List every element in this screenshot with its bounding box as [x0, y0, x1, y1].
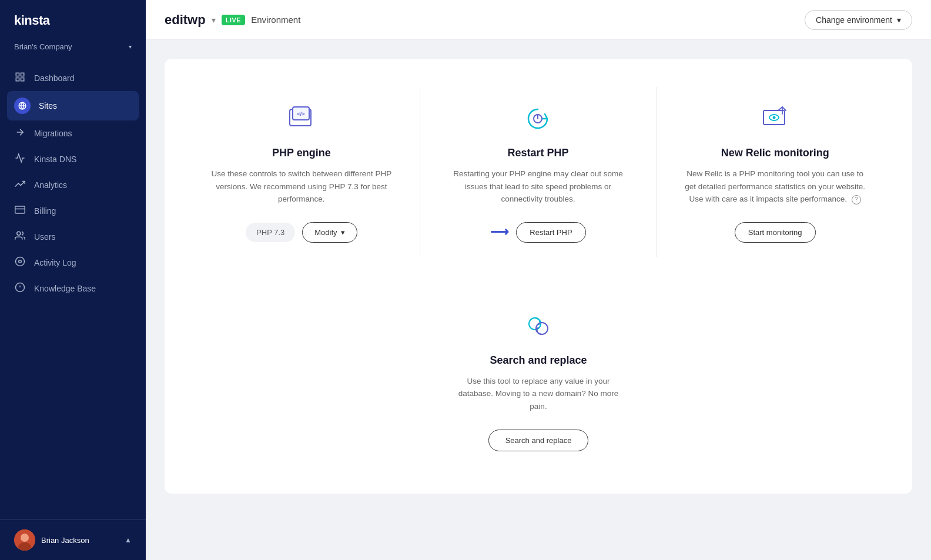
header: editwp ▾ LIVE Environment Change environ…: [146, 0, 931, 40]
new-relic-actions: Start monitoring: [735, 222, 816, 243]
dashboard-icon: [14, 72, 26, 85]
start-monitoring-button[interactable]: Start monitoring: [735, 222, 816, 243]
sidebar-item-label: Kinsta DNS: [34, 155, 76, 164]
php-version-badge: PHP 7.3: [246, 223, 295, 242]
modify-button[interactable]: Modify ▾: [302, 222, 357, 243]
sidebar-item-analytics[interactable]: Analytics: [0, 172, 146, 198]
svg-point-24: [772, 116, 775, 119]
new-relic-card: New Relic monitoring New Relic is a PHP …: [657, 87, 893, 257]
activity-log-icon: [14, 256, 26, 269]
php-engine-card: </> PHP engine Use these controls to swi…: [183, 87, 420, 257]
sidebar-item-sites[interactable]: Sites: [7, 91, 139, 120]
migrations-icon: [14, 127, 26, 140]
search-replace-icon: [521, 308, 556, 344]
start-monitoring-label: Start monitoring: [748, 228, 802, 237]
svg-rect-6: [15, 206, 25, 213]
restart-php-title: Restart PHP: [507, 147, 568, 159]
new-relic-description: New Relic is a PHP monitoring tool you c…: [680, 167, 870, 206]
search-replace-card: Search and replace Use this tool to repl…: [427, 294, 650, 465]
sidebar: kinsta Brian's Company ▾ Dashboard Sites…: [0, 0, 146, 560]
company-name: Brian's Company: [14, 42, 72, 51]
search-replace-description: Use this tool to replace any value in yo…: [450, 375, 627, 413]
site-dropdown-chevron[interactable]: ▾: [212, 15, 216, 25]
sidebar-item-users[interactable]: Users: [0, 224, 146, 250]
php-engine-title: PHP engine: [272, 147, 331, 159]
info-icon[interactable]: ?: [852, 195, 861, 204]
new-relic-icon: [758, 101, 793, 136]
env-badge: LIVE: [222, 15, 245, 25]
restart-php-button[interactable]: Restart PHP: [516, 222, 585, 243]
sidebar-item-kinsta-dns[interactable]: Kinsta DNS: [0, 146, 146, 172]
search-replace-label: Search and replace: [505, 436, 572, 445]
svg-point-10: [19, 260, 22, 263]
logo-text: kinsta: [14, 13, 50, 28]
sidebar-nav: Dashboard Sites Migrations Kinsta DNS: [0, 61, 146, 519]
content-area: </> PHP engine Use these controls to swi…: [146, 40, 931, 560]
sidebar-item-label: Knowledge Base: [34, 284, 96, 293]
sidebar-item-label: Sites: [39, 101, 57, 110]
php-engine-description: Use these controls to switch between dif…: [207, 167, 396, 206]
svg-point-15: [21, 534, 29, 542]
sidebar-item-label: Billing: [34, 206, 56, 216]
sidebar-footer: Brian Jackson ▲: [0, 519, 146, 560]
restart-php-icon: [520, 101, 555, 136]
sidebar-logo: kinsta: [0, 0, 146, 38]
modify-label: Modify: [314, 228, 337, 237]
svg-point-8: [17, 232, 21, 235]
arrow-icon: ⟶: [490, 224, 509, 240]
change-environment-button[interactable]: Change environment ▾: [805, 10, 912, 30]
sites-icon: [14, 98, 31, 114]
kinsta-dns-icon: [14, 153, 26, 166]
main-content: editwp ▾ LIVE Environment Change environ…: [146, 0, 931, 560]
sidebar-item-migrations[interactable]: Migrations: [0, 120, 146, 146]
search-replace-button[interactable]: Search and replace: [488, 430, 589, 451]
sidebar-item-label: Analytics: [34, 180, 67, 190]
restart-php-description: Restarting your PHP engine may clear out…: [444, 167, 633, 206]
user-menu-chevron[interactable]: ▲: [125, 536, 132, 544]
svg-rect-3: [16, 78, 19, 81]
company-selector[interactable]: Brian's Company ▾: [0, 38, 146, 61]
svg-point-9: [16, 257, 25, 266]
avatar: [14, 529, 35, 551]
svg-rect-1: [21, 73, 24, 76]
change-env-label: Change environment: [816, 15, 892, 25]
php-engine-icon: </>: [284, 101, 319, 136]
sidebar-item-label: Dashboard: [34, 73, 75, 83]
php-engine-actions: PHP 7.3 Modify ▾: [246, 222, 357, 243]
sidebar-item-label: Migrations: [34, 129, 72, 138]
user-name: Brian Jackson: [41, 536, 89, 545]
sidebar-item-label: Users: [34, 232, 56, 242]
sidebar-item-activity-log[interactable]: Activity Log: [0, 250, 146, 276]
restart-php-actions: ⟶ Restart PHP: [490, 222, 585, 243]
modify-chevron: ▾: [341, 228, 345, 237]
change-env-chevron: ▾: [897, 15, 901, 25]
new-relic-title: New Relic monitoring: [721, 147, 829, 159]
tools-grid-bottom: Search and replace Use this tool to repl…: [183, 285, 893, 465]
site-name: editwp: [165, 12, 206, 28]
sidebar-item-dashboard[interactable]: Dashboard: [0, 65, 146, 91]
search-replace-title: Search and replace: [490, 354, 587, 367]
header-left: editwp ▾ LIVE Environment: [165, 12, 300, 28]
knowledge-base-icon: [14, 282, 26, 295]
users-icon: [14, 230, 26, 243]
svg-text:</>: </>: [297, 111, 304, 117]
svg-rect-2: [21, 78, 24, 81]
billing-icon: [14, 204, 26, 217]
restart-php-label: Restart PHP: [530, 228, 572, 237]
sidebar-item-label: Activity Log: [34, 258, 76, 267]
company-chevron: ▾: [129, 43, 132, 50]
env-label: Environment: [251, 15, 300, 25]
tools-container: </> PHP engine Use these controls to swi…: [165, 59, 912, 494]
svg-rect-0: [16, 73, 19, 76]
tools-grid-top: </> PHP engine Use these controls to swi…: [183, 87, 893, 257]
analytics-icon: [14, 179, 26, 192]
restart-php-card: Restart PHP Restarting your PHP engine m…: [420, 87, 657, 257]
sidebar-item-knowledge-base[interactable]: Knowledge Base: [0, 276, 146, 301]
user-profile[interactable]: Brian Jackson: [14, 529, 89, 551]
sidebar-item-billing[interactable]: Billing: [0, 198, 146, 224]
